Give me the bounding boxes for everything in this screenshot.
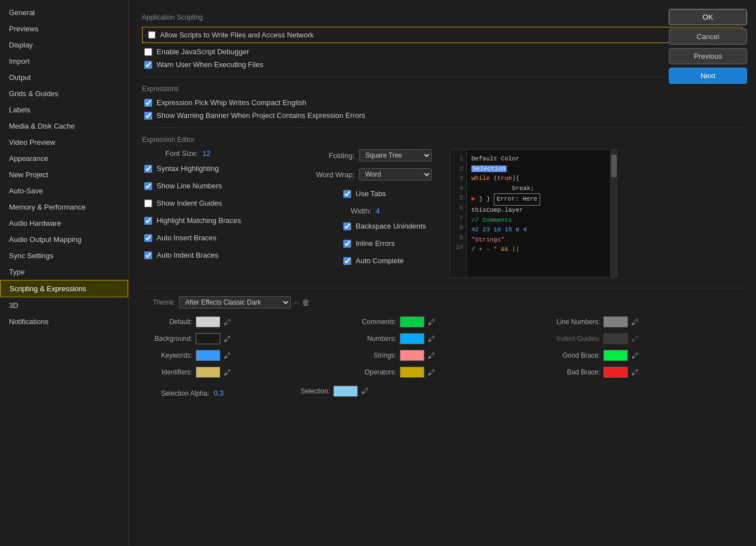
use-tabs-row: Use Tabs — [299, 189, 433, 198]
width-label: Width: — [343, 207, 371, 215]
sidebar-item-audio-hardware[interactable]: Audio Hardware — [0, 215, 128, 231]
color-bad-brace-swatch[interactable] — [603, 367, 628, 378]
sidebar-item-notifications[interactable]: Notifications — [0, 314, 128, 330]
sidebar-item-sync-settings[interactable]: Sync Settings — [0, 248, 128, 264]
allow-scripts-checkbox[interactable] — [148, 31, 155, 39]
show-line-numbers-label: Show Line Numbers — [157, 182, 222, 190]
divider-2 — [142, 127, 743, 128]
pick-whip-checkbox[interactable] — [144, 99, 152, 107]
auto-indent-braces-row: Auto Indent Braces — [142, 251, 282, 259]
delete-theme-icon[interactable]: 🗑 — [302, 298, 310, 307]
color-indent-guides-label: Indent Guides: — [550, 335, 600, 343]
sidebar-item-general[interactable]: General — [0, 4, 128, 21]
sidebar-item-grids-guides[interactable]: Grids & Guides — [0, 86, 128, 102]
show-indent-guides-checkbox[interactable] — [144, 200, 152, 207]
eyedropper-line-numbers-icon[interactable]: 🖍 — [631, 318, 639, 326]
warning-banner-checkbox[interactable] — [144, 112, 152, 120]
use-tabs-checkbox[interactable] — [343, 190, 351, 198]
word-wrap-label: Word Wrap: — [299, 170, 355, 179]
code-editor-content: Default Color Selection while (true){ br… — [467, 150, 610, 277]
color-selection-row: Selection: 🖍 — [280, 384, 368, 397]
eyedropper-identifiers-icon[interactable]: 🖍 — [224, 368, 231, 377]
sidebar-item-output[interactable]: Output — [0, 69, 128, 86]
color-keywords-label: Keywords: — [142, 352, 192, 359]
color-selection-swatch[interactable] — [333, 386, 358, 397]
auto-complete-checkbox[interactable] — [343, 257, 351, 265]
color-strings-swatch[interactable] — [400, 350, 424, 361]
warn-user-checkbox[interactable] — [144, 61, 152, 69]
color-strings-label: Strings: — [346, 352, 396, 359]
sidebar-item-previews[interactable]: Previews — [0, 21, 128, 37]
syntax-highlighting-checkbox[interactable] — [144, 165, 152, 173]
auto-insert-braces-checkbox[interactable] — [144, 234, 152, 242]
eyedropper-good-brace-icon[interactable]: 🖍 — [631, 352, 639, 360]
sidebar-item-new-project[interactable]: New Project — [0, 167, 128, 183]
previous-button[interactable]: Previous — [669, 48, 747, 64]
sidebar-item-video-preview[interactable]: Video Preview — [0, 134, 128, 150]
color-numbers-swatch[interactable] — [400, 333, 424, 344]
color-identifiers-swatch[interactable] — [196, 367, 220, 378]
color-keywords-swatch[interactable] — [196, 350, 220, 361]
color-grid: Default: 🖍 Comments: 🖍 Line Numbers: 🖍 B… — [142, 316, 743, 378]
folding-row: Folding: Square Tree Arrow None — [299, 149, 433, 162]
show-line-numbers-checkbox[interactable] — [144, 182, 152, 190]
sidebar-item-media-disk-cache[interactable]: Media & Disk Cache — [0, 118, 128, 134]
eyedropper-default-icon[interactable]: 🖍 — [224, 318, 231, 326]
color-good-brace-swatch[interactable] — [603, 350, 628, 361]
color-default-swatch[interactable] — [196, 316, 220, 327]
sidebar-item-type[interactable]: Type — [0, 264, 128, 280]
sidebar-item-memory-performance[interactable]: Memory & Performance — [0, 199, 128, 215]
color-keywords-row: Keywords: 🖍 — [142, 350, 335, 361]
selection-alpha-value[interactable]: 0,3 — [214, 389, 224, 397]
eyedropper-numbers-icon[interactable]: 🖍 — [428, 335, 435, 343]
inline-errors-checkbox[interactable] — [343, 240, 351, 248]
color-strings-row: Strings: 🖍 — [346, 350, 539, 361]
next-button[interactable]: Next — [669, 68, 747, 84]
color-operators-swatch[interactable] — [400, 367, 424, 378]
cancel-button[interactable]: Cancel — [669, 29, 747, 45]
backspace-unindents-row: Backspace Unindents — [299, 222, 433, 230]
eyedropper-keywords-icon[interactable]: 🖍 — [224, 352, 231, 360]
eyedropper-strings-icon[interactable]: 🖍 — [428, 352, 435, 360]
color-comments-swatch[interactable] — [400, 316, 424, 327]
eyedropper-bad-brace-icon[interactable]: 🖍 — [631, 368, 639, 377]
sidebar-item-audio-output-mapping[interactable]: Audio Output Mapping — [0, 231, 128, 248]
color-line-numbers-row: Line Numbers: 🖍 — [550, 316, 743, 327]
color-background-swatch[interactable] — [196, 333, 220, 344]
theme-select[interactable]: After Effects Classic Dark After Effects… — [179, 296, 291, 308]
sidebar-item-scripting-expressions[interactable]: Scripting & Expressions — [0, 280, 128, 297]
ok-button[interactable]: OK — [669, 9, 747, 25]
color-operators-row: Operators: 🖍 — [346, 367, 539, 378]
pick-whip-row: Expression Pick Whip Writes Compact Engl… — [142, 98, 743, 107]
sidebar-item-display[interactable]: Display — [0, 37, 128, 53]
sidebar-item-auto-save[interactable]: Auto-Save — [0, 183, 128, 199]
color-indent-guides-row: Indent Guides: 🖍 — [550, 333, 743, 344]
sidebar-item-3d[interactable]: 3D — [0, 297, 128, 314]
eyedropper-operators-icon[interactable]: 🖍 — [428, 368, 435, 377]
highlight-matching-checkbox[interactable] — [144, 217, 152, 225]
sidebar-item-labels[interactable]: Labels — [0, 102, 128, 118]
backspace-unindents-checkbox[interactable] — [343, 222, 351, 230]
enable-debugger-checkbox[interactable] — [144, 48, 152, 56]
folding-label: Folding: — [299, 151, 355, 160]
color-identifiers-label: Identifiers: — [142, 368, 192, 376]
color-line-numbers-swatch[interactable] — [603, 316, 628, 327]
sidebar-item-import[interactable]: Import — [0, 53, 128, 69]
code-scrollbar-thumb[interactable] — [611, 155, 617, 177]
eyedropper-selection-icon[interactable]: 🖍 — [361, 387, 368, 395]
copy-theme-icon[interactable]: ⎓ — [294, 298, 299, 307]
code-scrollbar[interactable] — [610, 150, 617, 277]
auto-indent-braces-checkbox[interactable] — [144, 251, 152, 259]
folding-select[interactable]: Square Tree Arrow None — [359, 149, 432, 162]
eyedropper-background-icon[interactable]: 🖍 — [224, 335, 231, 343]
width-value[interactable]: 4 — [376, 207, 380, 215]
color-operators-label: Operators: — [346, 368, 396, 376]
inline-errors-row: Inline Errors — [299, 239, 433, 248]
show-indent-guides-row: Show Indent Guides — [142, 199, 282, 207]
eyedropper-comments-icon[interactable]: 🖍 — [428, 318, 435, 326]
font-size-value[interactable]: 12 — [202, 149, 210, 158]
word-wrap-select[interactable]: Word Off On — [359, 168, 432, 181]
color-comments-label: Comments: — [346, 318, 396, 326]
color-bad-brace-label: Bad Brace: — [550, 368, 600, 376]
sidebar-item-appearance[interactable]: Appearance — [0, 150, 128, 167]
